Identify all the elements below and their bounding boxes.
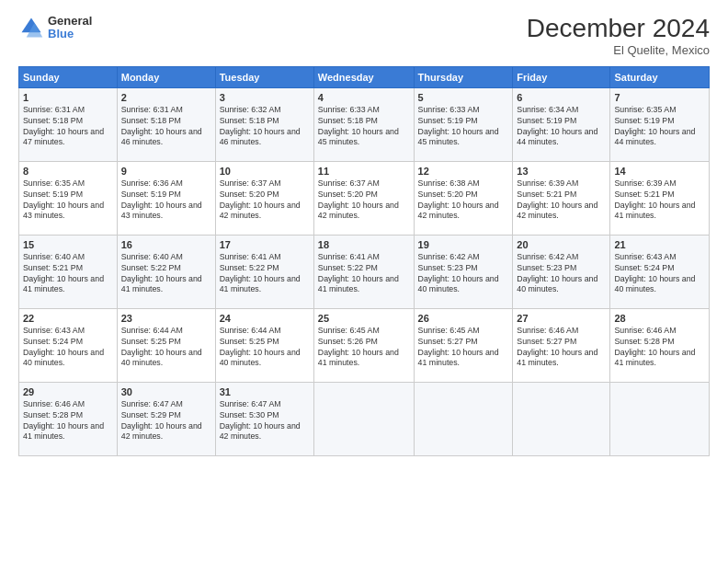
cell-info: Sunrise: 6:37 AMSunset: 5:20 PMDaylight:… bbox=[220, 178, 310, 223]
cell-info: Sunrise: 6:42 AMSunset: 5:23 PMDaylight:… bbox=[517, 252, 606, 296]
cell-info: Sunrise: 6:41 AMSunset: 5:22 PMDaylight:… bbox=[220, 252, 310, 296]
calendar-cell: 7Sunrise: 6:35 AMSunset: 5:19 PMDaylight… bbox=[610, 87, 710, 161]
cell-info: Sunrise: 6:43 AMSunset: 5:24 PMDaylight:… bbox=[23, 326, 113, 370]
calendar-cell: 12Sunrise: 6:38 AMSunset: 5:20 PMDayligh… bbox=[414, 161, 513, 235]
logo: General Blue bbox=[18, 15, 92, 41]
calendar-cell: 8Sunrise: 6:35 AMSunset: 5:19 PMDaylight… bbox=[19, 161, 118, 235]
cell-info: Sunrise: 6:41 AMSunset: 5:22 PMDaylight:… bbox=[318, 252, 410, 296]
cell-day-number: 14 bbox=[614, 166, 705, 177]
calendar-cell: 2Sunrise: 6:31 AMSunset: 5:18 PMDaylight… bbox=[117, 87, 215, 161]
cell-info: Sunrise: 6:33 AMSunset: 5:19 PMDaylight:… bbox=[418, 105, 509, 149]
cell-day-number: 16 bbox=[121, 239, 211, 250]
cell-day-number: 20 bbox=[517, 239, 606, 250]
cell-info: Sunrise: 6:45 AMSunset: 5:27 PMDaylight:… bbox=[418, 326, 509, 370]
cell-info: Sunrise: 6:46 AMSunset: 5:28 PMDaylight:… bbox=[614, 326, 705, 370]
cell-info: Sunrise: 6:36 AMSunset: 5:19 PMDaylight:… bbox=[121, 178, 211, 223]
calendar-cell: 10Sunrise: 6:37 AMSunset: 5:20 PMDayligh… bbox=[215, 161, 313, 235]
calendar-cell: 23Sunrise: 6:44 AMSunset: 5:25 PMDayligh… bbox=[117, 308, 215, 382]
calendar-cell: 28Sunrise: 6:46 AMSunset: 5:28 PMDayligh… bbox=[610, 308, 710, 382]
subtitle: El Quelite, Mexico bbox=[527, 43, 710, 57]
cell-day-number: 28 bbox=[614, 313, 705, 324]
calendar-cell: 15Sunrise: 6:40 AMSunset: 5:21 PMDayligh… bbox=[19, 235, 118, 308]
calendar-cell: 1Sunrise: 6:31 AMSunset: 5:18 PMDaylight… bbox=[19, 87, 118, 161]
cell-day-number: 2 bbox=[121, 92, 211, 103]
calendar-cell: 5Sunrise: 6:33 AMSunset: 5:19 PMDaylight… bbox=[414, 87, 513, 161]
cell-day-number: 1 bbox=[23, 92, 113, 103]
cell-day-number: 30 bbox=[121, 386, 211, 397]
cell-info: Sunrise: 6:39 AMSunset: 5:21 PMDaylight:… bbox=[614, 178, 705, 223]
calendar-cell: 9Sunrise: 6:36 AMSunset: 5:19 PMDaylight… bbox=[117, 161, 215, 235]
logo-text: General Blue bbox=[48, 15, 92, 41]
cell-day-number: 17 bbox=[220, 239, 310, 250]
cell-info: Sunrise: 6:31 AMSunset: 5:18 PMDaylight:… bbox=[121, 105, 211, 149]
calendar-header-saturday: Saturday bbox=[610, 66, 710, 87]
cell-day-number: 23 bbox=[121, 313, 211, 324]
title-block: December 2024 El Quelite, Mexico bbox=[527, 15, 710, 57]
cell-day-number: 21 bbox=[614, 239, 705, 250]
cell-info: Sunrise: 6:35 AMSunset: 5:19 PMDaylight:… bbox=[23, 178, 113, 223]
cell-info: Sunrise: 6:47 AMSunset: 5:30 PMDaylight:… bbox=[220, 399, 310, 443]
calendar-cell: 16Sunrise: 6:40 AMSunset: 5:22 PMDayligh… bbox=[117, 235, 215, 308]
cell-info: Sunrise: 6:40 AMSunset: 5:21 PMDaylight:… bbox=[23, 252, 113, 296]
calendar-cell: 27Sunrise: 6:46 AMSunset: 5:27 PMDayligh… bbox=[513, 308, 610, 382]
calendar-header-row: SundayMondayTuesdayWednesdayThursdayFrid… bbox=[19, 66, 710, 87]
calendar-header-thursday: Thursday bbox=[414, 66, 513, 87]
header: General Blue December 2024 El Quelite, M… bbox=[18, 15, 710, 57]
calendar-cell: 21Sunrise: 6:43 AMSunset: 5:24 PMDayligh… bbox=[610, 235, 710, 308]
calendar-header-wednesday: Wednesday bbox=[313, 66, 414, 87]
calendar-cell bbox=[414, 382, 513, 455]
calendar-cell bbox=[313, 382, 414, 455]
cell-info: Sunrise: 6:31 AMSunset: 5:18 PMDaylight:… bbox=[23, 105, 113, 149]
calendar-header-friday: Friday bbox=[513, 66, 610, 87]
calendar-week-row: 29Sunrise: 6:46 AMSunset: 5:28 PMDayligh… bbox=[19, 382, 710, 455]
cell-day-number: 9 bbox=[121, 166, 211, 177]
cell-info: Sunrise: 6:44 AMSunset: 5:25 PMDaylight:… bbox=[121, 326, 211, 370]
calendar-cell: 20Sunrise: 6:42 AMSunset: 5:23 PMDayligh… bbox=[513, 235, 610, 308]
cell-day-number: 18 bbox=[318, 239, 410, 250]
cell-info: Sunrise: 6:33 AMSunset: 5:18 PMDaylight:… bbox=[318, 105, 410, 149]
cell-info: Sunrise: 6:42 AMSunset: 5:23 PMDaylight:… bbox=[418, 252, 509, 296]
cell-day-number: 19 bbox=[418, 239, 509, 250]
calendar-cell: 6Sunrise: 6:34 AMSunset: 5:19 PMDaylight… bbox=[513, 87, 610, 161]
calendar-week-row: 8Sunrise: 6:35 AMSunset: 5:19 PMDaylight… bbox=[19, 161, 710, 235]
calendar-cell: 3Sunrise: 6:32 AMSunset: 5:18 PMDaylight… bbox=[215, 87, 313, 161]
logo-icon bbox=[18, 15, 44, 40]
cell-day-number: 29 bbox=[23, 386, 113, 397]
cell-info: Sunrise: 6:46 AMSunset: 5:27 PMDaylight:… bbox=[517, 326, 606, 370]
cell-day-number: 8 bbox=[23, 166, 113, 177]
calendar-cell bbox=[610, 382, 710, 455]
calendar-table: SundayMondayTuesdayWednesdayThursdayFrid… bbox=[18, 66, 710, 456]
cell-day-number: 27 bbox=[517, 313, 606, 324]
cell-info: Sunrise: 6:44 AMSunset: 5:25 PMDaylight:… bbox=[220, 326, 310, 370]
calendar-cell: 18Sunrise: 6:41 AMSunset: 5:22 PMDayligh… bbox=[313, 235, 414, 308]
cell-info: Sunrise: 6:45 AMSunset: 5:26 PMDaylight:… bbox=[318, 326, 410, 370]
calendar-header-sunday: Sunday bbox=[19, 66, 118, 87]
cell-info: Sunrise: 6:32 AMSunset: 5:18 PMDaylight:… bbox=[220, 105, 310, 149]
calendar-cell bbox=[513, 382, 610, 455]
cell-day-number: 3 bbox=[220, 92, 310, 103]
calendar-cell: 4Sunrise: 6:33 AMSunset: 5:18 PMDaylight… bbox=[313, 87, 414, 161]
main-title: December 2024 bbox=[527, 15, 710, 43]
cell-info: Sunrise: 6:38 AMSunset: 5:20 PMDaylight:… bbox=[418, 178, 509, 223]
calendar-cell: 30Sunrise: 6:47 AMSunset: 5:29 PMDayligh… bbox=[117, 382, 215, 455]
cell-day-number: 7 bbox=[614, 92, 705, 103]
cell-info: Sunrise: 6:47 AMSunset: 5:29 PMDaylight:… bbox=[121, 399, 211, 443]
cell-info: Sunrise: 6:39 AMSunset: 5:21 PMDaylight:… bbox=[517, 178, 606, 223]
cell-day-number: 15 bbox=[23, 239, 113, 250]
calendar-cell: 19Sunrise: 6:42 AMSunset: 5:23 PMDayligh… bbox=[414, 235, 513, 308]
calendar-week-row: 15Sunrise: 6:40 AMSunset: 5:21 PMDayligh… bbox=[19, 235, 710, 308]
logo-blue: Blue bbox=[48, 28, 92, 40]
calendar-cell: 31Sunrise: 6:47 AMSunset: 5:30 PMDayligh… bbox=[215, 382, 313, 455]
page: General Blue December 2024 El Quelite, M… bbox=[0, 0, 728, 563]
cell-day-number: 26 bbox=[418, 313, 509, 324]
cell-info: Sunrise: 6:37 AMSunset: 5:20 PMDaylight:… bbox=[318, 178, 410, 223]
calendar-week-row: 22Sunrise: 6:43 AMSunset: 5:24 PMDayligh… bbox=[19, 308, 710, 382]
calendar-cell: 24Sunrise: 6:44 AMSunset: 5:25 PMDayligh… bbox=[215, 308, 313, 382]
calendar-cell: 14Sunrise: 6:39 AMSunset: 5:21 PMDayligh… bbox=[610, 161, 710, 235]
cell-info: Sunrise: 6:35 AMSunset: 5:19 PMDaylight:… bbox=[614, 105, 705, 149]
cell-day-number: 13 bbox=[517, 166, 606, 177]
cell-day-number: 10 bbox=[220, 166, 310, 177]
logo-general: General bbox=[48, 15, 92, 28]
cell-day-number: 11 bbox=[318, 166, 410, 177]
calendar-header-monday: Monday bbox=[117, 66, 215, 87]
